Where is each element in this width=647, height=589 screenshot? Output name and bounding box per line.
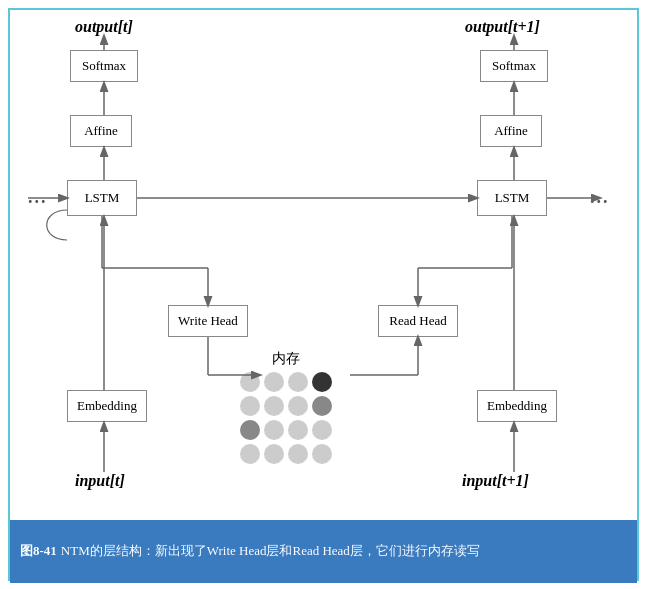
memory-cell <box>288 444 308 464</box>
memory-cell <box>264 396 284 416</box>
memory-cell <box>312 396 332 416</box>
memory-cell <box>312 420 332 440</box>
caption-area: 图8-41 NTM的层结构：新出现了Write Head层和Read Head层… <box>10 520 637 583</box>
output-t1-label: output[t+1] <box>465 18 540 36</box>
caption-text: NTM的层结构：新出现了Write Head层和Read Head层，它们进行内… <box>61 542 480 560</box>
embedding-left: Embedding <box>67 390 147 422</box>
output-t-label: output[t] <box>75 18 133 36</box>
diagram-container: output[t] output[t+1] Softmax Affine LST… <box>8 8 639 581</box>
softmax-left: Softmax <box>70 50 138 82</box>
memory-grid <box>240 372 332 464</box>
input-t-label: input[t] <box>75 472 125 490</box>
memory-cell <box>312 372 332 392</box>
memory-cell <box>240 396 260 416</box>
memory-cell <box>288 420 308 440</box>
memory-cell <box>240 444 260 464</box>
embedding-right: Embedding <box>477 390 557 422</box>
memory-cell <box>240 372 260 392</box>
read-head-box: Read Head <box>378 305 458 337</box>
memory-cell <box>240 420 260 440</box>
affine-left: Affine <box>70 115 132 147</box>
memory-cell <box>288 396 308 416</box>
memory-cell <box>264 444 284 464</box>
lstm-right: LSTM <box>477 180 547 216</box>
input-t1-label: input[t+1] <box>462 472 529 490</box>
memory-cell <box>288 372 308 392</box>
write-head-box: Write Head <box>168 305 248 337</box>
softmax-right: Softmax <box>480 50 548 82</box>
memory-cell <box>264 372 284 392</box>
diagram-area: output[t] output[t+1] Softmax Affine LST… <box>10 10 637 520</box>
affine-right: Affine <box>480 115 542 147</box>
memory-container: 内存 <box>240 350 332 464</box>
dots-left: ··· <box>28 192 48 213</box>
memory-label: 内存 <box>240 350 332 368</box>
memory-cell <box>264 420 284 440</box>
caption-label: 图8-41 <box>20 542 57 560</box>
lstm-left: LSTM <box>67 180 137 216</box>
dots-right: ··· <box>590 192 610 213</box>
memory-cell <box>312 444 332 464</box>
